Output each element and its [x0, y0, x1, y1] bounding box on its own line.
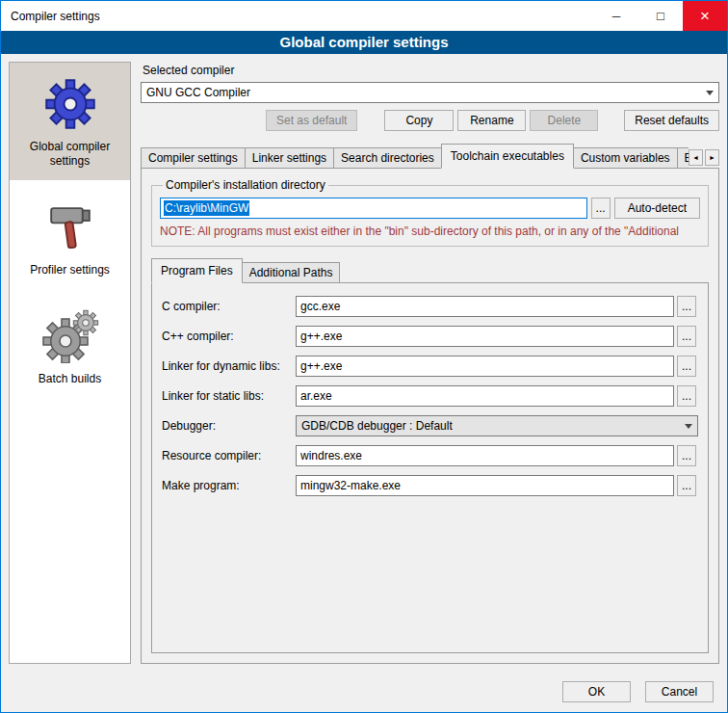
dynamic-linker-browse-button[interactable]: ... — [677, 356, 696, 377]
field-row-debugger: Debugger: GDB/CDB debugger : Default — [162, 415, 698, 436]
compiler-settings-window: Compiler settings ─ □ × Global compiler … — [0, 0, 728, 713]
installation-directory-row: C:\raylib\MinGW ... Auto-detect — [160, 198, 700, 219]
tab-additional-paths[interactable]: Additional Paths — [242, 262, 341, 282]
gears-icon — [41, 308, 99, 364]
sidebar-item-label: Profiler settings — [30, 263, 110, 277]
main-panel: Selected compiler GNU GCC Compiler Set a… — [141, 62, 719, 664]
debugger-label: Debugger: — [162, 419, 293, 433]
selected-compiler-label: Selected compiler — [143, 64, 719, 77]
reset-defaults-button[interactable]: Reset defaults — [624, 110, 719, 131]
static-linker-input[interactable] — [296, 385, 674, 407]
toolchain-executables-panel: Compiler's installation directory C:\ray… — [141, 168, 719, 664]
installation-directory-input[interactable]: C:\raylib\MinGW — [160, 198, 587, 219]
resource-compiler-label: Resource compiler: — [162, 449, 293, 462]
cpp-compiler-label: C++ compiler: — [162, 330, 293, 343]
tab-custom-variables[interactable]: Custom variables — [573, 147, 678, 168]
tab-build-options[interactable]: Buil — [677, 147, 689, 168]
dialog-body: Global compiler settings Profiler settin… — [1, 54, 727, 672]
sidebar-item-batch-builds[interactable]: Batch builds — [10, 295, 130, 398]
dialog-footer: OK Cancel — [1, 672, 727, 712]
ok-button[interactable]: OK — [562, 681, 631, 702]
make-program-input[interactable] — [296, 475, 674, 496]
gear-icon — [41, 76, 99, 132]
tab-program-files[interactable]: Program Files — [151, 258, 243, 283]
program-files-panel: C compiler: ... C++ compiler: ... Linker… — [151, 282, 709, 653]
set-as-default-button[interactable]: Set as default — [266, 110, 357, 131]
debugger-select[interactable]: GDB/CDB debugger : Default — [296, 415, 698, 436]
c-compiler-label: C compiler: — [162, 300, 293, 313]
installation-directory-browse-button[interactable]: ... — [591, 198, 611, 219]
minimize-button[interactable]: ─ — [594, 1, 638, 31]
sidebar-item-profiler-settings[interactable]: Profiler settings — [10, 186, 130, 289]
sidebar-item-label: Global compiler settings — [13, 140, 126, 169]
settings-tabbar: Compiler settings Linker settings Search… — [141, 144, 719, 168]
close-button[interactable]: × — [683, 1, 727, 31]
tab-linker-settings[interactable]: Linker settings — [245, 147, 334, 168]
titlebar[interactable]: Compiler settings ─ □ × — [1, 1, 727, 31]
installation-directory-group-title: Compiler's installation directory — [163, 178, 328, 192]
field-row-dynamic-linker: Linker for dynamic libs: ... — [162, 356, 698, 377]
tab-toolchain-executables[interactable]: Toolchain executables — [441, 144, 574, 169]
cpp-compiler-browse-button[interactable]: ... — [677, 326, 696, 347]
sidebar-item-label: Batch builds — [39, 372, 101, 386]
static-linker-label: Linker for static libs: — [162, 389, 293, 403]
sidebar-item-global-compiler-settings[interactable]: Global compiler settings — [10, 63, 130, 180]
page-title: Global compiler settings — [1, 31, 727, 54]
c-compiler-input[interactable] — [296, 296, 674, 317]
debugger-value: GDB/CDB debugger : Default — [301, 419, 453, 433]
window-title: Compiler settings — [1, 10, 100, 23]
dynamic-linker-label: Linker for dynamic libs: — [162, 359, 293, 373]
profiler-hammer-icon — [41, 199, 99, 255]
selected-compiler-value: GNU GCC Compiler — [146, 86, 250, 99]
tab-scroll-left-button[interactable]: ◄ — [689, 149, 703, 166]
note-text: NOTE: All programs must exist either in … — [160, 224, 700, 238]
delete-button[interactable]: Delete — [530, 110, 598, 131]
tab-compiler-settings[interactable]: Compiler settings — [141, 147, 246, 168]
selected-compiler-select[interactable]: GNU GCC Compiler — [141, 82, 719, 103]
cancel-button[interactable]: Cancel — [645, 681, 714, 702]
tab-scroll-right-button[interactable]: ► — [705, 149, 719, 166]
field-row-cpp-compiler: C++ compiler: ... — [162, 326, 698, 347]
compiler-actions: Set as default Copy Rename Delete Reset … — [141, 110, 719, 131]
static-linker-browse-button[interactable]: ... — [677, 385, 696, 407]
tab-search-directories[interactable]: Search directories — [333, 147, 442, 168]
cpp-compiler-input[interactable] — [296, 326, 674, 347]
copy-button[interactable]: Copy — [384, 110, 454, 131]
chevron-down-icon — [700, 83, 718, 102]
window-controls: ─ □ × — [594, 1, 727, 31]
dynamic-linker-input[interactable] — [296, 356, 674, 377]
maximize-button[interactable]: □ — [638, 1, 683, 31]
field-row-resource-compiler: Resource compiler: ... — [162, 445, 698, 466]
field-row-make-program: Make program: ... — [162, 475, 698, 496]
rename-button[interactable]: Rename — [457, 110, 526, 131]
installation-directory-group: Compiler's installation directory C:\ray… — [151, 178, 709, 247]
settings-sidebar: Global compiler settings Profiler settin… — [9, 62, 131, 664]
resource-compiler-browse-button[interactable]: ... — [677, 445, 696, 466]
make-program-browse-button[interactable]: ... — [677, 475, 696, 496]
program-files-tabbar: Program Files Additional Paths — [151, 258, 709, 282]
tab-scroll-controls: ◄ ► — [689, 149, 719, 168]
auto-detect-button[interactable]: Auto-detect — [614, 198, 700, 219]
installation-directory-value: C:\raylib\MinGW — [164, 200, 249, 216]
field-row-c-compiler: C compiler: ... — [162, 296, 698, 317]
resource-compiler-input[interactable] — [296, 445, 674, 466]
make-program-label: Make program: — [162, 479, 293, 492]
chevron-down-icon — [679, 416, 697, 436]
c-compiler-browse-button[interactable]: ... — [677, 296, 696, 317]
field-row-static-linker: Linker for static libs: ... — [162, 385, 698, 407]
